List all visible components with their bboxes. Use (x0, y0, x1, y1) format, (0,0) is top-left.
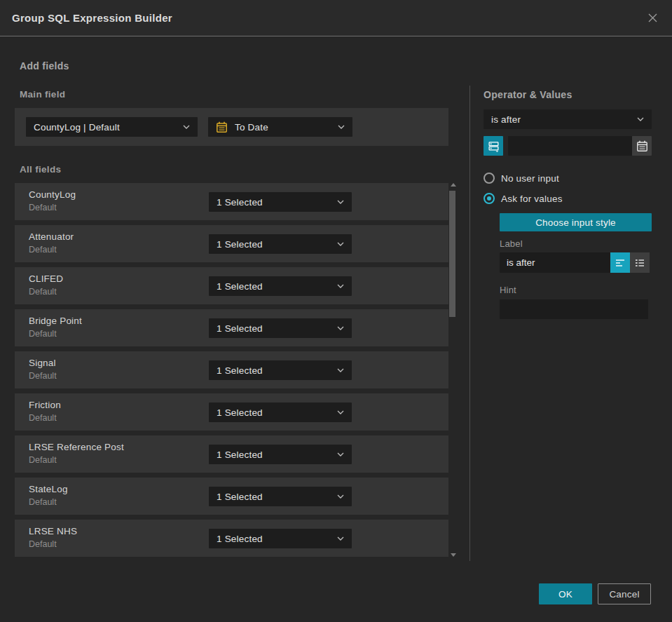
column-divider (469, 86, 470, 561)
scrollbar-thumb[interactable] (449, 191, 455, 317)
scroll-up-arrow-icon[interactable] (451, 183, 456, 187)
chevron-down-icon (337, 242, 344, 246)
chevron-down-icon (337, 452, 344, 457)
align-left-icon (615, 257, 626, 269)
field-row-bridge-point: Bridge Point Default 1 Selected (15, 309, 448, 346)
list-style-button[interactable] (630, 252, 650, 273)
select-value: CountyLog | Default (34, 122, 120, 133)
field-row-countylog: CountyLog Default 1 Selected (15, 183, 448, 220)
main-field-date-select[interactable]: To Date (208, 117, 352, 137)
titlebar: Group SQL Expression Builder (0, 0, 672, 36)
field-row-signal: Signal Default 1 Selected (15, 351, 448, 388)
field-row-lrse-nhs: LRSE NHS Default 1 Selected (15, 520, 448, 557)
operator-select[interactable]: is after (484, 109, 652, 129)
radio-no-user-input[interactable]: No user input (484, 173, 652, 184)
value-input[interactable] (508, 136, 632, 156)
scroll-down-arrow-icon[interactable] (451, 553, 456, 557)
calendar-icon (636, 140, 648, 152)
main-field-label: Main field (20, 89, 448, 100)
cancel-button[interactable]: Cancel (598, 583, 651, 604)
choose-input-style-button[interactable]: Choose input style (500, 213, 652, 231)
select-value: To Date (235, 122, 268, 133)
chevron-down-icon (183, 125, 190, 129)
hint-caption: Hint (500, 285, 652, 295)
label-input[interactable] (500, 252, 610, 273)
label-caption: Label (500, 238, 652, 249)
fields-column: Main field CountyLog | Default (15, 89, 448, 562)
field-row-statelog: StateLog Default 1 Selected (15, 478, 448, 515)
stacked-values-icon (488, 140, 500, 152)
chevron-down-icon (337, 368, 344, 372)
field-selection-dropdown[interactable]: 1 Selected (209, 403, 352, 422)
field-selection-dropdown[interactable]: 1 Selected (209, 360, 352, 380)
field-row-lrse-reference-post: LRSE Reference Post Default 1 Selected (15, 435, 448, 473)
value-entry-row (484, 136, 652, 156)
single-line-style-button[interactable] (610, 252, 630, 273)
field-selection-dropdown[interactable]: 1 Selected (209, 192, 352, 212)
main-field-panel: CountyLog | Default To Date (15, 108, 448, 146)
field-selection-dropdown[interactable]: 1 Selected (209, 318, 352, 338)
field-row-attenuator: Attenuator Default 1 Selected (15, 225, 448, 262)
chevron-down-icon (337, 494, 344, 499)
ok-button[interactable]: OK (539, 583, 592, 604)
hint-input[interactable] (500, 299, 648, 319)
chevron-down-icon (637, 117, 644, 121)
field-selection-dropdown[interactable]: 1 Selected (209, 234, 352, 254)
add-fields-heading: Add fields (20, 60, 69, 72)
main-field-source-select[interactable]: CountyLog | Default (26, 117, 198, 137)
bulleted-list-icon (634, 257, 645, 269)
operator-values-panel: Operator & Values is after (484, 89, 652, 319)
field-selection-dropdown[interactable]: 1 Selected (209, 529, 352, 548)
field-selection-dropdown[interactable]: 1 Selected (209, 487, 352, 506)
fields-scrollbar[interactable] (448, 177, 458, 560)
chevron-down-icon (337, 326, 344, 330)
chevron-down-icon (337, 284, 344, 288)
field-selection-dropdown[interactable]: 1 Selected (209, 445, 352, 464)
field-row-clifed: CLIFED Default 1 Selected (15, 267, 448, 304)
group-sql-expression-builder-dialog: Group SQL Expression Builder Add fields … (0, 0, 672, 622)
unique-values-button[interactable] (484, 136, 503, 156)
radio-icon (484, 193, 495, 204)
chevron-down-icon (337, 200, 344, 204)
radio-icon (484, 173, 495, 184)
all-fields-list: CountyLog Default 1 Selected Attenuator … (15, 183, 448, 557)
field-row-friction: Friction Default 1 Selected (15, 393, 448, 431)
date-picker-button[interactable] (632, 136, 652, 156)
operator-values-heading: Operator & Values (484, 89, 652, 100)
close-icon[interactable] (645, 11, 660, 26)
all-fields-label: All fields (20, 164, 448, 175)
calendar-icon (216, 121, 228, 133)
input-mode-radios: No user input Ask for values (484, 173, 652, 204)
chevron-down-icon (337, 536, 344, 541)
radio-ask-for-values[interactable]: Ask for values (484, 193, 652, 204)
chevron-down-icon (337, 410, 344, 414)
dialog-title: Group SQL Expression Builder (12, 12, 172, 24)
field-selection-dropdown[interactable]: 1 Selected (209, 276, 352, 296)
chevron-down-icon (338, 125, 345, 129)
dialog-footer: OK Cancel (539, 583, 651, 604)
label-row (500, 252, 652, 273)
